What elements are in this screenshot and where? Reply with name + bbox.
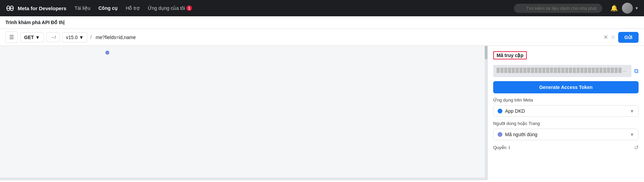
app-dot-icon xyxy=(498,109,502,113)
access-token-section: Mã truy cập xyxy=(493,51,639,59)
nav-tai-lieu[interactable]: Tài liệu xyxy=(74,5,90,11)
logo-text: Meta for Developers xyxy=(18,5,66,11)
permissions-reset-icon[interactable]: ↺ xyxy=(634,144,639,151)
app-dropdown-chevron-icon: ▼ xyxy=(630,109,634,114)
user-selected-label: Mã người dùng xyxy=(505,132,537,137)
app-dropdown[interactable]: App DKD ▼ xyxy=(493,105,639,117)
app-section-label: Ứng dụng trên Meta xyxy=(493,97,639,103)
navbar: Meta for Developers Tài liệu Công cụ Hỗ … xyxy=(0,0,644,16)
avatar xyxy=(622,3,633,14)
left-panel-inner xyxy=(0,46,487,180)
vertical-scrollbar-thumb[interactable] xyxy=(485,46,487,59)
search-wrapper: 🔍 xyxy=(514,4,602,13)
nav-ho-tro[interactable]: Hỗ trợ xyxy=(126,5,140,11)
meta-logo-icon xyxy=(5,3,15,13)
horizontal-scrollbar[interactable] xyxy=(0,178,485,180)
submit-button[interactable]: Gửi xyxy=(618,32,639,43)
method-select[interactable]: GET ▼ xyxy=(20,32,44,42)
token-field: ████████████████████████████████████████… xyxy=(493,65,631,77)
bookmark-button[interactable]: ☆ xyxy=(611,34,615,40)
app-selected-label: App DKD xyxy=(505,108,525,114)
clear-button[interactable]: ✕ xyxy=(604,34,608,40)
left-panel xyxy=(0,46,488,180)
search-input[interactable] xyxy=(514,4,602,13)
page-title: Trình khám phá API Đồ thị xyxy=(0,16,644,29)
user-dropdown[interactable]: Mã người dùng ▼ xyxy=(493,129,639,140)
app-section: Ứng dụng trên Meta App DKD ▼ xyxy=(493,97,639,117)
arrow-button[interactable]: →/ xyxy=(47,32,60,42)
notification-badge: 1 xyxy=(186,5,192,11)
user-section-label: Người dùng hoặc Trang xyxy=(493,121,639,126)
nav-cong-cu[interactable]: Công cụ xyxy=(99,5,118,11)
bell-icon[interactable]: 🔔 xyxy=(610,4,618,12)
logo[interactable]: Meta for Developers xyxy=(5,3,66,13)
vertical-scrollbar[interactable] xyxy=(485,46,487,180)
token-row: ████████████████████████████████████████… xyxy=(493,65,639,77)
menu-button[interactable]: ☰ xyxy=(5,32,18,43)
access-token-label: Mã truy cập xyxy=(493,51,527,59)
copy-token-button[interactable]: ⧉ xyxy=(634,68,639,75)
navbar-right: 🔔 ▼ xyxy=(610,3,639,14)
url-input[interactable] xyxy=(94,33,601,42)
user-section: Người dùng hoặc Trang Mã người dùng ▼ xyxy=(493,121,639,140)
version-select[interactable]: v15.0 ▼ xyxy=(62,32,87,42)
slash-divider: / xyxy=(90,34,91,40)
right-panel: Mã truy cập ████████████████████████████… xyxy=(488,46,644,180)
permissions-section: Quyền ℹ ↺ xyxy=(493,144,639,151)
nav-links: Tài liệu Công cụ Hỗ trợ Ứng dụng của tôi… xyxy=(74,5,506,11)
avatar-wrapper[interactable]: ▼ xyxy=(622,3,639,14)
toolbar-right-actions: ✕ ☆ Gửi xyxy=(604,32,639,43)
method-chevron-icon: ▼ xyxy=(35,35,40,40)
user-dot-icon xyxy=(498,132,502,137)
user-dropdown-chevron-icon: ▼ xyxy=(630,132,634,137)
permissions-label: Quyền xyxy=(493,145,506,150)
generate-access-token-button[interactable]: Generate Access Token xyxy=(493,81,639,93)
avatar-chevron-icon: ▼ xyxy=(635,6,639,10)
main-content: Mã truy cập ████████████████████████████… xyxy=(0,46,644,180)
nav-ung-dung[interactable]: Ứng dụng của tôi 1 xyxy=(148,5,192,11)
permissions-info-icon[interactable]: ℹ xyxy=(508,145,510,150)
node-dot[interactable] xyxy=(105,51,109,55)
toolbar: ☰ GET ▼ →/ v15.0 ▼ / ✕ ☆ Gửi xyxy=(0,29,644,46)
version-chevron-icon: ▼ xyxy=(79,35,84,40)
